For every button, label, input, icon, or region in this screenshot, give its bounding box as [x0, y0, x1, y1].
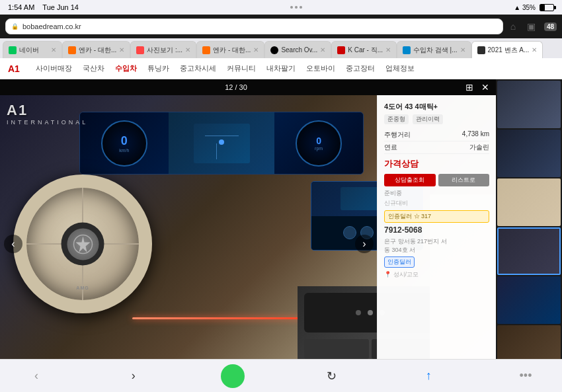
right-thumb-2[interactable]	[497, 130, 561, 177]
viewer-header: 12 / 30 ⊞ ✕	[0, 79, 496, 95]
nav-company[interactable]: 업체정보	[385, 63, 415, 73]
tab-count-badge[interactable]: 48	[544, 22, 557, 31]
tab-close-naver[interactable]: ✕	[51, 46, 56, 54]
address-section: 은구 망서동 217번지 서 동 304호 서	[384, 237, 489, 254]
tab-close-import[interactable]: ✕	[460, 46, 465, 54]
fuel-label: 연료	[384, 143, 397, 152]
right-thumb-1[interactable]	[497, 81, 561, 128]
mercedes-star-icon	[72, 233, 93, 255]
home-icon[interactable]: ⌂	[507, 20, 519, 32]
viewer-icons: ⊞ ✕	[465, 82, 489, 93]
more-button[interactable]: •••	[516, 366, 536, 386]
favicon-naver	[9, 46, 17, 54]
tag-type: 준중형	[384, 114, 409, 124]
tab-benz21[interactable]: 2021 벤츠 A... ✕	[471, 41, 543, 58]
nav-domestic[interactable]: 국산차	[83, 63, 104, 73]
dealer-label: 인증딜러	[388, 213, 412, 219]
tabs-icon[interactable]: ▣	[526, 20, 538, 32]
gallery-next-button[interactable]: ›	[355, 235, 374, 253]
nav-tuning[interactable]: 튜닝카	[147, 63, 169, 73]
cert-badge-1: 인증딜러	[384, 256, 415, 268]
car-tags: 준중형 관리이력	[384, 114, 489, 126]
grid-icon[interactable]: ⊞	[465, 82, 473, 93]
status-text: 준비중	[384, 190, 402, 196]
share-button[interactable]: ↑	[419, 366, 438, 386]
tabs-bar: 네이버 ✕ 엔카 - 대한... ✕ 사진보기 :... ✕ 엔카 - 대한..…	[0, 38, 562, 58]
inquiry-button[interactable]: 상담출조회	[384, 174, 436, 186]
right-thumb-5[interactable]	[497, 276, 561, 324]
nav-sell[interactable]: 내차팔기	[266, 63, 296, 73]
forward-button[interactable]: ›	[124, 366, 143, 386]
tab-close-enkaar2[interactable]: ✕	[253, 46, 259, 54]
company-logo-overlay: A1 INTERNATIONAL	[7, 102, 88, 126]
favicon-enkaar2	[202, 46, 210, 54]
info-panel: 4도어 43 4매틱+ 준중형 관리이력 주행거리 4,738 km 연료	[377, 95, 496, 392]
location-row: 📍 성시/고모	[384, 270, 489, 279]
svg-marker-1	[75, 236, 90, 252]
phone-number[interactable]: 7912-5068	[384, 225, 489, 235]
refresh-button[interactable]: ↻	[321, 366, 341, 386]
tab-close-kojin[interactable]: ✕	[185, 46, 190, 54]
nav-import[interactable]: 수입차	[115, 63, 137, 73]
tab-label-enkaar2: 엔카 - 대한...	[213, 46, 251, 55]
tag-record: 관리이력	[413, 114, 443, 124]
tab-label-naver: 네이버	[19, 46, 48, 55]
nav-saibeo[interactable]: 사이버매장	[36, 63, 72, 73]
nav-bike[interactable]: 오토바이	[306, 63, 335, 73]
tab-close-search[interactable]: ✕	[320, 46, 325, 54]
tab-label-benz21: 2021 벤츠 A...	[488, 46, 530, 55]
dealer-rating-value: 317	[421, 213, 431, 219]
tab-naver[interactable]: 네이버 ✕	[3, 41, 62, 58]
tab-enkaar1[interactable]: 엔카 - 대한... ✕	[62, 41, 130, 58]
tab-enkaar2[interactable]: 엔카 - 대한... ✕	[196, 41, 264, 58]
detail-fuel: 연료 가솔린	[384, 141, 489, 154]
tab-kojin[interactable]: 사진보기 :... ✕	[130, 41, 196, 58]
tab-label-kojin: 사진보기 :...	[147, 46, 182, 55]
gallery-counter: 12 / 30	[7, 83, 465, 91]
site-logo: A1	[8, 63, 20, 74]
main-viewer: 12 / 30 ⊞ ✕ A1 INTERNATIONAL	[0, 79, 496, 392]
status-right: ▲ 35%	[514, 4, 554, 11]
tab-kcar[interactable]: K Car - 직... ✕	[331, 41, 397, 58]
url-text: bobaedream.co.kr	[22, 22, 81, 30]
nav-price[interactable]: 중고차시세	[180, 63, 216, 73]
main-image-container: A1 INTERNATIONAL 0 km/h	[0, 95, 496, 392]
browser-actions: ⌂ ▣ 48	[507, 20, 557, 32]
tab-import[interactable]: 수입차 검색 |... ✕	[397, 41, 471, 58]
status-bar: 1:54 AM Tue Jun 14 ▲ 35%	[0, 0, 562, 15]
price-value: 가격상담	[384, 159, 419, 169]
address-line1: 은구 망서동 217번지 서	[384, 237, 489, 246]
time: 1:54 AM	[8, 3, 34, 11]
tab-label-search: Search Ov...	[281, 46, 317, 54]
detail-mileage: 주행거리 4,738 km	[384, 129, 489, 141]
instrument-cluster: 0 km/h	[79, 112, 364, 175]
website: A1 사이버매장 국산차 수입차 튜닝카 중고차시세 커뮤니티 내차팔기 오토바…	[0, 58, 562, 392]
tab-close-benz21[interactable]: ✕	[532, 46, 537, 54]
tab-close-enkaar1[interactable]: ✕	[119, 46, 124, 54]
next-row: 신규대비	[384, 199, 489, 208]
tab-label-import: 수입차 검색 |...	[413, 46, 458, 55]
favicon-mercedes	[270, 46, 278, 54]
address-bar[interactable]: 🔒 bobaedream.co.kr	[5, 19, 503, 34]
car-title: 4도어 43 4매틱+	[384, 102, 489, 112]
browser-toolbar: 🔒 bobaedream.co.kr ⌂ ▣ 48	[0, 15, 562, 38]
home-button[interactable]	[221, 364, 245, 388]
close-icon[interactable]: ✕	[481, 82, 489, 93]
favicon-benz21	[477, 46, 485, 54]
site-nav: A1 사이버매장 국산차 수입차 튜닝카 중고차시세 커뮤니티 내차팔기 오토바…	[0, 58, 562, 79]
next-text: 신규대비	[384, 200, 408, 206]
signal-strength: ▲ 35%	[514, 4, 536, 11]
back-button[interactable]: ‹	[26, 366, 46, 386]
dealer-rating: ☆	[414, 213, 422, 219]
nav-community[interactable]: 커뮤니티	[227, 63, 256, 73]
main-content: A1 사이버매장 국산차 수입차 튜닝카 중고차시세 커뮤니티 내차팔기 오토바…	[0, 58, 562, 392]
right-thumb-3[interactable]	[497, 178, 561, 226]
fuel-value: 가솔린	[469, 143, 489, 152]
gallery-area: 12 / 30 ⊞ ✕ A1 INTERNATIONAL	[0, 79, 562, 392]
nav-market[interactable]: 중고장터	[346, 63, 375, 73]
right-thumb-4[interactable]	[497, 227, 561, 275]
gallery-prev-button[interactable]: ‹	[4, 235, 22, 253]
tab-search[interactable]: Search Ov... ✕	[264, 41, 331, 58]
list-button[interactable]: 리스트로	[438, 174, 490, 186]
tab-close-kcar[interactable]: ✕	[385, 46, 391, 54]
